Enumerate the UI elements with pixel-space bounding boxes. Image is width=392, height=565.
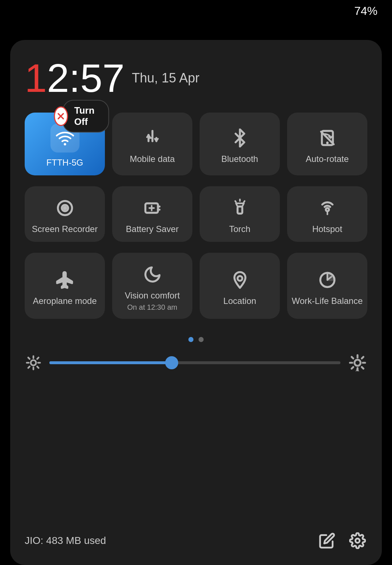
brightness-slider[interactable] bbox=[49, 361, 340, 364]
brightness-row: A bbox=[25, 353, 367, 373]
tile-vision-comfort-sublabel: On at 12:30 am bbox=[127, 303, 177, 312]
tile-wifi-label: FTTH-5G bbox=[46, 158, 83, 168]
bluetooth-icon bbox=[229, 127, 251, 149]
battery-saver-icon bbox=[142, 197, 163, 219]
footer-icons bbox=[317, 531, 367, 550]
vision-comfort-icon bbox=[142, 264, 163, 285]
svg-line-21 bbox=[235, 201, 236, 202]
brightness-low-icon bbox=[25, 354, 42, 371]
pagination-dot-2[interactable] bbox=[199, 337, 204, 342]
brightness-auto-icon: A bbox=[348, 353, 367, 373]
tile-battery-saver[interactable]: Battery Saver bbox=[112, 186, 192, 242]
turn-off-tooltip: Turn Off bbox=[54, 100, 109, 133]
tile-aeroplane-label: Aeroplane mode bbox=[33, 296, 97, 306]
hotspot-icon bbox=[317, 197, 338, 219]
data-usage-text: JIO: 483 MB used bbox=[25, 535, 106, 546]
svg-point-13 bbox=[64, 207, 66, 210]
quick-settings-panel: 12:57 Thu, 15 Apr Turn Off bbox=[10, 40, 382, 565]
tile-torch[interactable]: Torch bbox=[200, 186, 280, 242]
footer-row: JIO: 483 MB used bbox=[25, 531, 367, 550]
tile-work-life[interactable]: Work-Life Balance bbox=[287, 253, 367, 319]
tile-auto-rotate[interactable]: Auto-rotate bbox=[287, 113, 367, 175]
tile-torch-label: Torch bbox=[229, 224, 250, 235]
svg-line-37 bbox=[37, 358, 38, 359]
pagination-dots bbox=[25, 337, 367, 342]
tiles-row2: Screen Recorder Battery Saver bbox=[25, 186, 367, 242]
tile-location[interactable]: Location bbox=[200, 253, 280, 319]
screen-recorder-icon bbox=[54, 197, 76, 219]
settings-button[interactable] bbox=[348, 531, 367, 550]
tile-aeroplane[interactable]: Aeroplane mode bbox=[25, 253, 105, 319]
svg-point-25 bbox=[237, 276, 242, 281]
tiles-row1: Turn Off FTTH-5G bbox=[25, 113, 367, 175]
time-hour1: 1 bbox=[25, 56, 47, 100]
work-life-icon bbox=[317, 269, 338, 291]
pagination-dot-1[interactable] bbox=[188, 337, 193, 342]
tile-battery-saver-label: Battery Saver bbox=[126, 224, 179, 235]
svg-line-42 bbox=[362, 367, 363, 369]
svg-line-36 bbox=[28, 367, 30, 368]
turn-off-label: Turn Off bbox=[62, 100, 109, 133]
time-section: 12:57 Thu, 15 Apr bbox=[25, 58, 367, 98]
svg-rect-19 bbox=[237, 206, 242, 214]
battery-percentage: 74% bbox=[354, 4, 377, 18]
aeroplane-icon bbox=[54, 269, 76, 291]
tile-mobile-data-label: Mobile data bbox=[130, 154, 175, 164]
tile-hotspot-label: Hotspot bbox=[312, 224, 342, 235]
edit-button[interactable] bbox=[317, 531, 337, 550]
tile-screen-recorder-label: Screen Recorder bbox=[32, 224, 98, 235]
svg-line-45 bbox=[352, 367, 353, 369]
tile-screen-recorder[interactable]: Screen Recorder bbox=[25, 186, 105, 242]
tiles-row3: Aeroplane mode Vision comfort On at 12:3… bbox=[25, 253, 367, 319]
tile-hotspot[interactable]: Hotspot bbox=[287, 186, 367, 242]
tile-vision-comfort-label: Vision comfort bbox=[125, 290, 180, 301]
tile-bluetooth-label: Bluetooth bbox=[221, 154, 258, 164]
svg-text:A: A bbox=[356, 367, 359, 372]
tile-auto-rotate-label: Auto-rotate bbox=[306, 154, 349, 164]
brightness-fill bbox=[49, 361, 172, 364]
svg-line-41 bbox=[352, 357, 353, 358]
tile-vision-comfort[interactable]: Vision comfort On at 12:30 am bbox=[112, 253, 192, 319]
tile-wifi[interactable]: Turn Off FTTH-5G bbox=[25, 113, 105, 175]
turn-off-x-icon bbox=[54, 106, 68, 126]
svg-line-32 bbox=[28, 358, 30, 359]
status-bar: 74% bbox=[0, 0, 392, 22]
tile-location-label: Location bbox=[223, 296, 256, 306]
svg-line-22 bbox=[244, 201, 244, 202]
svg-line-33 bbox=[37, 367, 38, 368]
svg-line-46 bbox=[362, 357, 363, 358]
svg-point-48 bbox=[355, 538, 360, 543]
tile-mobile-data[interactable]: Mobile data bbox=[112, 113, 192, 175]
time-display: 12:57 bbox=[25, 58, 124, 98]
time-rest: 2:57 bbox=[47, 56, 124, 100]
torch-icon bbox=[229, 197, 251, 219]
svg-point-2 bbox=[64, 143, 66, 146]
date-display: Thu, 15 Apr bbox=[132, 70, 199, 86]
brightness-thumb[interactable] bbox=[165, 356, 178, 369]
tile-bluetooth[interactable]: Bluetooth bbox=[200, 113, 280, 175]
svg-point-38 bbox=[355, 360, 361, 366]
mobile-data-icon bbox=[142, 127, 163, 149]
tile-work-life-label: Work-Life Balance bbox=[292, 296, 363, 306]
location-icon bbox=[229, 269, 251, 291]
auto-rotate-icon bbox=[317, 127, 338, 149]
svg-point-29 bbox=[31, 360, 36, 366]
